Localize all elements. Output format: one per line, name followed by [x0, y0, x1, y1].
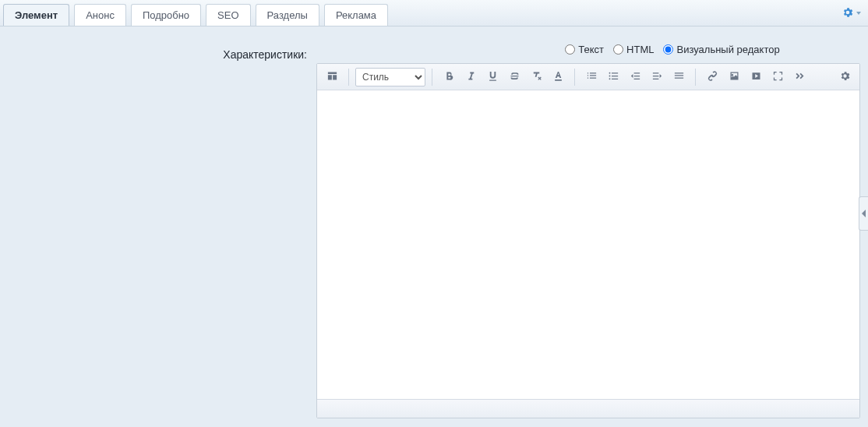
link-button[interactable] [702, 67, 722, 87]
image-button[interactable] [724, 67, 744, 87]
video-icon [750, 70, 762, 84]
separator [348, 69, 349, 86]
svg-point-2 [609, 78, 610, 79]
side-panel-toggle[interactable] [859, 196, 868, 231]
editor-mode-row: Текст HTML Визуальный редактор [316, 44, 860, 55]
mode-label-visual: Визуальный редактор [676, 44, 779, 55]
tab-announce[interactable]: Анонс [74, 4, 126, 26]
editor-settings-button[interactable] [834, 67, 855, 87]
strike-button[interactable] [504, 67, 524, 87]
unordered-list-icon [608, 70, 619, 84]
chevron-down-icon [856, 12, 861, 15]
tab-element[interactable]: Элемент [3, 4, 69, 26]
settings-dropdown[interactable] [840, 5, 862, 22]
strike-icon [509, 70, 520, 84]
link-icon [707, 70, 718, 84]
field-value-col: Текст HTML Визуальный редактор [316, 44, 868, 418]
layout-icon [326, 70, 338, 84]
ordered-list-icon [586, 70, 598, 84]
svg-point-1 [609, 75, 610, 76]
templates-button[interactable] [322, 67, 342, 87]
align-icon [673, 70, 685, 84]
bold-button[interactable] [439, 67, 459, 87]
field-label-col: Характеристики: [0, 44, 316, 418]
fullscreen-button[interactable] [767, 67, 788, 87]
mode-option-text[interactable]: Текст [560, 44, 604, 55]
mode-radio-text[interactable] [565, 44, 575, 55]
tab-detail[interactable]: Подробно [131, 4, 201, 26]
clear-format-button[interactable] [526, 67, 546, 87]
mode-label-text: Текст [578, 44, 604, 55]
outdent-icon [630, 70, 641, 84]
text-color-icon [552, 70, 564, 84]
mode-label-html: HTML [626, 44, 654, 55]
image-icon [729, 70, 740, 84]
bold-icon [443, 70, 455, 84]
mode-option-html[interactable]: HTML [609, 44, 654, 55]
underline-icon [487, 70, 499, 84]
tabs-bar: Элемент Анонс Подробно SEO Разделы Рекла… [0, 0, 868, 26]
more-button[interactable] [789, 67, 810, 87]
field-label: Характеристики: [223, 48, 307, 61]
tab-sections[interactable]: Разделы [256, 4, 319, 26]
tab-seo[interactable]: SEO [206, 4, 250, 26]
chevron-double-right-icon [794, 70, 806, 84]
editor-footer [317, 399, 859, 418]
outdent-button[interactable] [625, 67, 645, 87]
clear-format-icon [531, 70, 542, 84]
mode-option-visual[interactable]: Визуальный редактор [658, 44, 779, 55]
gear-icon [842, 6, 854, 21]
editor-content-area[interactable] [317, 90, 859, 399]
text-color-button[interactable] [548, 67, 568, 87]
ordered-list-button[interactable] [581, 67, 602, 87]
align-button[interactable] [669, 67, 689, 87]
gear-icon [839, 70, 851, 84]
svg-point-0 [609, 72, 610, 73]
italic-button[interactable] [460, 67, 481, 87]
video-button[interactable] [746, 67, 766, 87]
indent-button[interactable] [647, 67, 667, 87]
form-row: Характеристики: Текст HTML Визуальный ре… [0, 26, 868, 418]
editor-toolbar: Стиль [317, 64, 859, 90]
indent-icon [651, 70, 663, 84]
style-select[interactable]: Стиль [355, 68, 425, 86]
wysiwyg-editor: Стиль [316, 63, 860, 418]
underline-button[interactable] [482, 67, 503, 87]
separator [574, 69, 575, 86]
mode-radio-visual[interactable] [663, 44, 673, 55]
separator [432, 69, 432, 86]
unordered-list-button[interactable] [603, 67, 623, 87]
separator [695, 69, 696, 86]
fullscreen-icon [772, 70, 784, 84]
italic-icon [465, 70, 477, 84]
mode-radio-html[interactable] [613, 44, 623, 55]
tab-ads[interactable]: Реклама [324, 4, 388, 26]
